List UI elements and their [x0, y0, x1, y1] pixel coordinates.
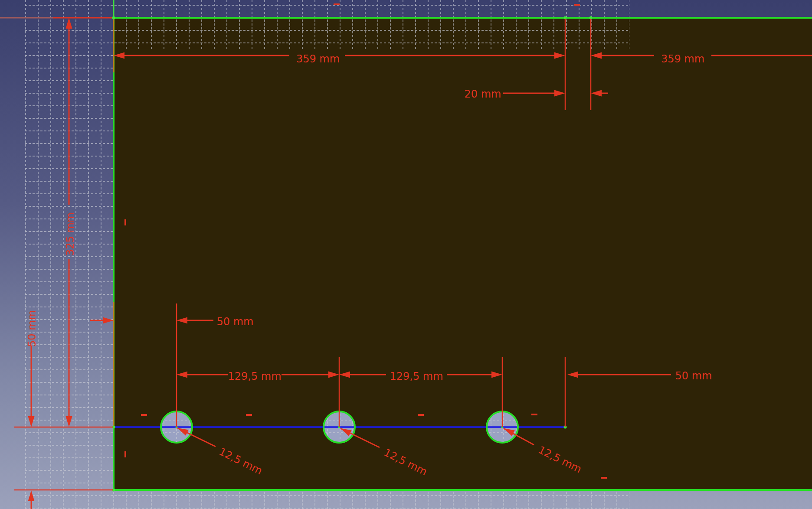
constraint-tick-horizontal[interactable] [141, 414, 147, 416]
constraint-tick-horizontal[interactable] [246, 414, 252, 416]
constraint-tick-horizontal[interactable] [574, 4, 580, 6]
constraint-tick-vertical[interactable] [124, 451, 126, 457]
dim-bottom-margin-label[interactable]: 50 mm [26, 310, 38, 347]
dim-hole-offset-left-label[interactable]: 50 mm [217, 316, 254, 328]
vertex-origin[interactable] [112, 16, 115, 20]
freecad-3d-viewport[interactable]: 359 mm 359 mm 20 mm 50 mm 129,5 mm 129,5… [0, 0, 812, 509]
dim-height-label[interactable]: 325 mm [64, 212, 76, 256]
constraint-tick-vertical[interactable] [124, 219, 126, 225]
constraint-tick-horizontal[interactable] [601, 477, 607, 479]
constraint-tick-horizontal[interactable] [418, 414, 424, 416]
dim-hole-pitch1-label[interactable]: 129,5 mm [228, 370, 281, 382]
pad-face[interactable] [114, 18, 812, 490]
constraint-tick-horizontal[interactable] [531, 414, 537, 415]
dim-width-right-label[interactable]: 359 mm [661, 53, 704, 65]
dim-hole-offset-right-label[interactable]: 50 mm [675, 370, 712, 382]
dim-width-left-label[interactable]: 359 mm [296, 53, 340, 65]
constraint-tick-horizontal[interactable] [334, 3, 340, 5]
dim-notch-label[interactable]: 20 mm [465, 88, 501, 100]
dim-hole-pitch2-label[interactable]: 129,5 mm [390, 370, 443, 382]
